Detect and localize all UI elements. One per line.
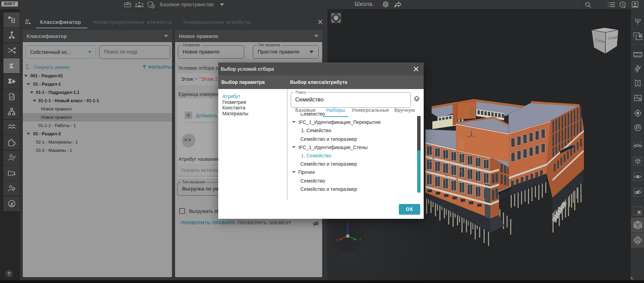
- svg-text:Y: Y: [359, 238, 362, 242]
- svg-text:Σ: Σ: [10, 63, 13, 69]
- svg-text:X: X: [335, 238, 338, 242]
- svg-text:2: 2: [640, 141, 641, 143]
- svg-text:Z: Z: [347, 222, 349, 225]
- svg-text:Σ+: Σ+: [8, 78, 15, 85]
- svg-text:2D: 2D: [10, 96, 14, 99]
- svg-text:1: 1: [634, 142, 635, 144]
